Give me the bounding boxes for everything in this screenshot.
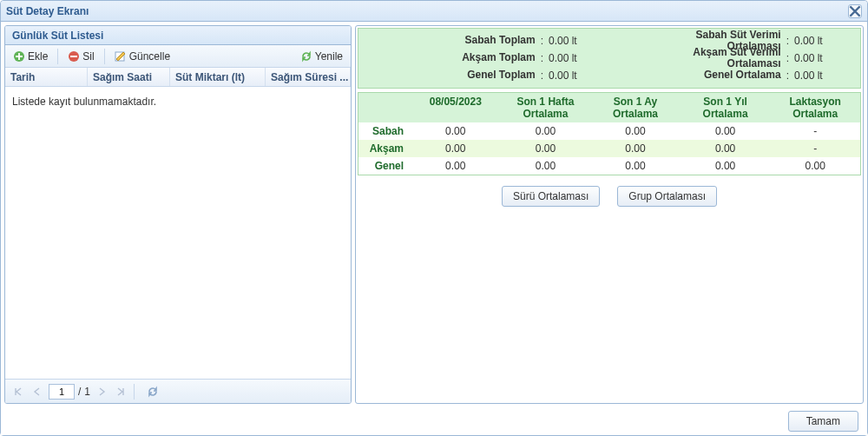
- close-icon: [849, 5, 861, 17]
- summary-value: 0.00 lt: [794, 69, 855, 82]
- pager-refresh-button[interactable]: [145, 384, 161, 400]
- pager-prev-button[interactable]: [30, 384, 45, 400]
- grid-header: Tarih Sağım Saati Süt Miktarı (lt) Sağım…: [5, 68, 351, 87]
- edit-icon: [115, 50, 127, 63]
- avg-row-morning: Sabah 0.00 0.00 0.00 0.00 -: [358, 122, 860, 140]
- pager: / 1: [5, 379, 351, 403]
- content-area: Günlük Süt Listesi Ekle Sil Güncelle: [1, 22, 867, 407]
- separator: [57, 49, 58, 64]
- add-button[interactable]: Ekle: [9, 49, 52, 64]
- update-label: Güncelle: [129, 50, 170, 63]
- pager-last-button[interactable]: [113, 384, 128, 400]
- col-milking-duration[interactable]: Sağım Süresi ...: [266, 68, 351, 86]
- avg-buttons-row: Sürü Ortalaması Grup Ortalaması: [356, 177, 863, 215]
- pager-total: 1: [84, 386, 90, 398]
- col-milking-time[interactable]: Sağım Saati: [88, 68, 170, 86]
- stats-panel: Sabah Toplam : 0.00 lt Sabah Süt Verimi …: [355, 25, 864, 404]
- summary-value: 0.00 lt: [549, 69, 609, 82]
- empty-text: Listede kayıt bulunmamaktadır.: [12, 96, 156, 108]
- summary-box: Sabah Toplam : 0.00 lt Sabah Süt Verimi …: [358, 28, 861, 89]
- separator: [134, 384, 135, 400]
- refresh-label: Yenile: [315, 50, 343, 63]
- col-date[interactable]: Tarih: [5, 68, 88, 86]
- minus-icon: [68, 50, 80, 63]
- next-icon: [97, 387, 106, 396]
- grid-body: Listede kayıt bulunmamaktadır.: [5, 87, 351, 379]
- dialog-window: Süt Detay Ekranı Günlük Süt Listesi Ekle…: [0, 0, 868, 436]
- avg-rowlabel: Sabah: [358, 122, 411, 140]
- pager-page-input[interactable]: [49, 384, 75, 400]
- refresh-button[interactable]: Yenile: [296, 49, 347, 64]
- avg-col-date: 08/05/2023: [411, 93, 501, 122]
- herd-average-button[interactable]: Sürü Ortalaması: [502, 186, 600, 207]
- prev-icon: [33, 387, 42, 396]
- summary-value: 0.00 lt: [549, 35, 609, 47]
- avg-rowlabel: Akşam: [358, 140, 411, 157]
- summary-value: 0.00 lt: [794, 35, 855, 47]
- delete-label: Sil: [82, 50, 94, 63]
- add-label: Ekle: [28, 50, 48, 63]
- avg-rowlabel: Genel: [358, 157, 411, 175]
- daily-milk-list-panel: Günlük Süt Listesi Ekle Sil Güncelle: [4, 25, 352, 404]
- dialog-footer: Tamam: [1, 407, 867, 435]
- close-button[interactable]: [848, 4, 862, 18]
- plus-icon: [13, 50, 25, 63]
- avg-col-lactation: Laktasyon Ortalama: [770, 93, 860, 122]
- summary-value: 0.00 lt: [794, 52, 855, 64]
- summary-label: Genel Ortalama: [651, 69, 781, 81]
- summary-label: Akşam Süt Verimi Ortalaması: [651, 47, 781, 69]
- avg-col-week: Son 1 Hafta Ortalama: [501, 93, 591, 122]
- avg-col-year: Son 1 Yıl Ortalama: [681, 93, 771, 122]
- pager-first-button[interactable]: [10, 384, 26, 400]
- avg-row-total: Genel 0.00 0.00 0.00 0.00 0.00: [358, 157, 860, 175]
- last-icon: [116, 387, 125, 396]
- averages-table: 08/05/2023 Son 1 Hafta Ortalama Son 1 Ay…: [358, 92, 861, 175]
- col-milk-amount[interactable]: Süt Miktarı (lt): [170, 68, 266, 86]
- delete-button[interactable]: Sil: [63, 49, 98, 64]
- avg-header: 08/05/2023 Son 1 Hafta Ortalama Son 1 Ay…: [358, 93, 860, 122]
- summary-row: Akşam Toplam : 0.00 lt Akşam Süt Verimi …: [364, 50, 855, 67]
- pager-next-button[interactable]: [94, 384, 109, 400]
- avg-row-evening: Akşam 0.00 0.00 0.00 0.00 -: [358, 140, 860, 157]
- summary-label: Sabah Toplam: [364, 35, 536, 46]
- refresh-icon: [147, 386, 159, 398]
- summary-row: Genel Toplam : 0.00 lt Genel Ortalama : …: [364, 67, 855, 84]
- title-bar: Süt Detay Ekranı: [1, 1, 867, 22]
- summary-label: Akşam Toplam: [364, 52, 536, 63]
- summary-label: Genel Toplam: [364, 69, 536, 81]
- refresh-icon: [300, 50, 312, 63]
- ok-button[interactable]: Tamam: [788, 411, 858, 432]
- avg-col-month: Son 1 Ay Ortalama: [590, 93, 681, 122]
- group-average-button[interactable]: Grup Ortalaması: [617, 186, 717, 207]
- first-icon: [14, 387, 23, 396]
- list-toolbar: Ekle Sil Güncelle Yenile: [5, 45, 351, 68]
- separator: [104, 49, 105, 64]
- panel-title: Günlük Süt Listesi: [5, 26, 351, 45]
- summary-value: 0.00 lt: [549, 52, 609, 64]
- window-title: Süt Detay Ekranı: [6, 5, 89, 17]
- update-button[interactable]: Güncelle: [110, 49, 174, 64]
- pager-sep: /: [78, 386, 81, 398]
